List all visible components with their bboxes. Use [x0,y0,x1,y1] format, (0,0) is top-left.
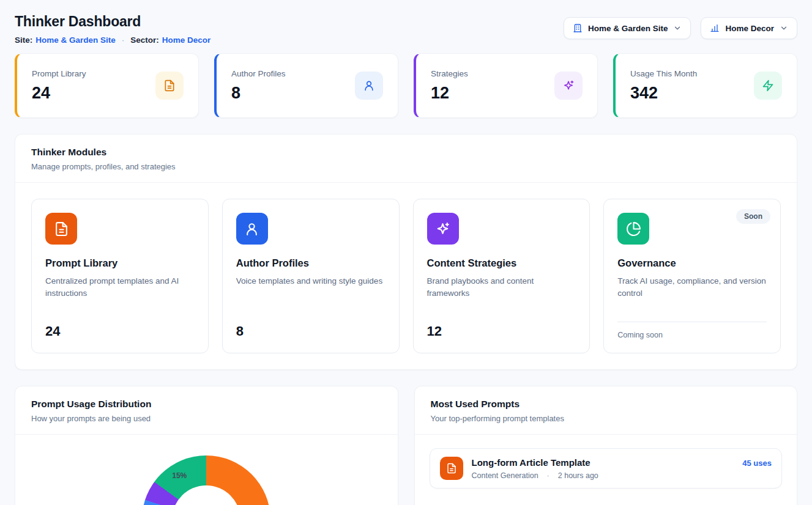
separator-dot: · [122,35,125,45]
bar-chart-icon [710,23,720,33]
sparkles-icon [427,213,459,245]
dashboard-page: Thinker Dashboard Site: Home & Garden Si… [0,0,812,505]
sector-label: Sector: [130,35,159,45]
lightning-icon [754,72,782,100]
donut-chart-area: 15% [15,435,398,505]
module-count: 8 [236,323,386,339]
donut-data-label: 15% [172,471,187,480]
stat-text: Usage This Month 342 [630,69,697,103]
module-count: 24 [45,323,195,339]
most-used-prompts-card: Most Used Prompts Your top-performing pr… [414,386,798,505]
usage-card-title: Prompt Usage Distribution [31,399,382,410]
modules-grid: Prompt Library Centralized prompt templa… [15,183,797,369]
site-label: Site: [15,35,32,45]
stat-text: Author Profiles 8 [231,69,286,103]
module-title: Author Profiles [236,257,386,269]
usage-card-subtitle: How your prompts are being used [31,414,382,423]
stat-label: Author Profiles [231,69,286,78]
stat-card-prompt-library: Prompt Library 24 [15,53,199,118]
prompts-card-title: Most Used Prompts [431,399,781,410]
module-title: Prompt Library [45,257,195,269]
module-title: Governance [617,257,767,269]
sparkles-icon [554,72,583,100]
modules-panel-subtitle: Manage prompts, profiles, and strategies [31,162,781,171]
stat-text: Strategies 12 [431,69,468,103]
module-description: Brand playbooks and content frameworks [427,275,576,300]
sector-selector-label: Home Decor [725,24,774,33]
header-actions: Home & Garden Site Home Decor [564,11,797,39]
user-icon [236,213,268,245]
page-header: Thinker Dashboard Site: Home & Garden Si… [15,11,797,45]
pie-chart-icon [617,213,649,245]
document-icon [45,213,77,245]
document-icon [155,72,184,100]
modules-panel-title: Thinker Modules [31,147,781,158]
stat-card-author-profiles: Author Profiles 8 [214,53,398,118]
usage-card-header: Prompt Usage Distribution How your promp… [15,386,398,435]
prompt-title: Long-form Article Template [472,457,598,468]
stat-value: 8 [231,84,286,103]
module-count: 12 [427,323,576,339]
stat-value: 24 [32,84,86,103]
prompt-timestamp: 2 hours ago [558,471,598,480]
usage-distribution-card: Prompt Usage Distribution How your promp… [15,386,398,505]
sector-link[interactable]: Home Decor [162,35,211,45]
stat-card-usage: Usage This Month 342 [613,53,797,118]
soon-badge: Soon [736,209,770,224]
site-link[interactable]: Home & Garden Site [35,35,116,45]
prompt-info: Long-form Article Template Content Gener… [472,457,598,480]
breadcrumb: Site: Home & Garden Site · Sector: Home … [15,35,210,45]
chevron-down-icon [780,24,788,32]
separator-dot: · [547,471,549,480]
sector-selector-dropdown[interactable]: Home Decor [701,17,797,39]
page-title: Thinker Dashboard [15,13,210,30]
site-selector-dropdown[interactable]: Home & Garden Site [564,17,691,39]
title-block: Thinker Dashboard Site: Home & Garden Si… [15,11,210,45]
module-card-content-strategies[interactable]: Content Strategies Brand playbooks and c… [413,199,590,353]
prompt-uses-badge: 45 uses [742,457,772,468]
stat-label: Usage This Month [630,69,697,78]
prompts-card-subtitle: Your top-performing prompt templates [431,414,781,423]
stats-row: Prompt Library 24 Author Profiles 8 Stra… [15,53,797,118]
module-card-prompt-library[interactable]: Prompt Library Centralized prompt templa… [31,199,209,353]
building-icon [573,23,583,33]
prompts-card-header: Most Used Prompts Your top-performing pr… [415,386,797,435]
stat-label: Prompt Library [32,69,86,78]
thinker-modules-panel: Thinker Modules Manage prompts, profiles… [15,134,797,370]
site-selector-label: Home & Garden Site [588,24,668,33]
donut-chart: 15% [142,455,270,505]
chevron-down-icon [673,24,682,32]
stat-card-strategies: Strategies 12 [414,53,598,118]
module-description: Voice templates and writing style guides [236,275,386,287]
modules-panel-header: Thinker Modules Manage prompts, profiles… [15,135,797,183]
prompt-category: Content Generation [472,471,538,480]
module-card-author-profiles[interactable]: Author Profiles Voice templates and writ… [222,199,400,353]
coming-soon-text: Coming soon [617,322,767,339]
bottom-row: Prompt Usage Distribution How your promp… [15,386,797,505]
stat-label: Strategies [431,69,468,78]
stat-text: Prompt Library 24 [32,69,86,103]
user-icon [355,72,383,100]
prompt-meta: Content Generation · 2 hours ago [472,471,598,480]
donut-hole [172,485,240,505]
stat-value: 342 [630,84,697,103]
document-icon [440,457,463,480]
module-description: Track AI usage, compliance, and version … [617,275,767,300]
module-description: Centralized prompt templates and AI inst… [45,275,195,300]
prompt-list: Long-form Article Template Content Gener… [415,435,797,502]
stat-value: 12 [431,84,468,103]
module-title: Content Strategies [427,257,576,269]
module-card-governance[interactable]: Soon Governance Track AI usage, complian… [603,199,781,353]
list-item-long-form-article[interactable]: Long-form Article Template Content Gener… [430,448,783,488]
